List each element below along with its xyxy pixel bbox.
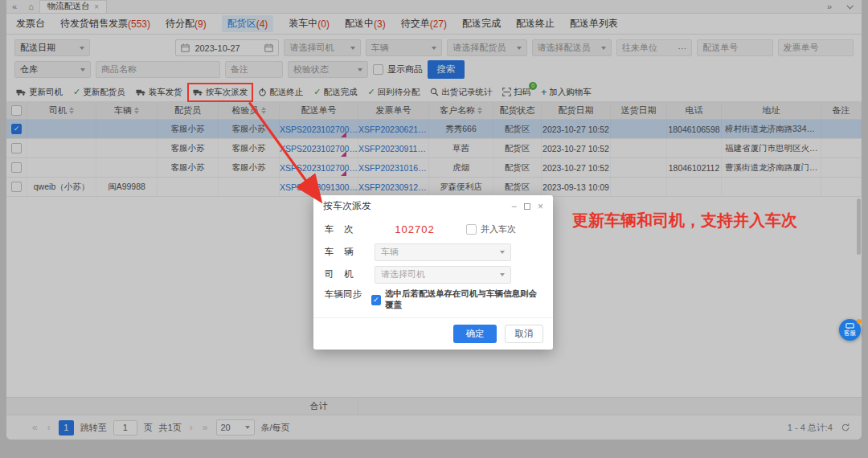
confirm-button[interactable]: 确定 <box>453 325 497 343</box>
vehicle-label: 车 辆 <box>325 246 375 258</box>
dialog-title: 按车次派发 <box>323 199 371 213</box>
notification-dot <box>857 319 862 324</box>
cancel-button[interactable]: 取消 <box>505 325 543 343</box>
sync-label: 车辆同步 <box>325 288 371 301</box>
annotation-text: 更新车辆和司机，支持并入车次 <box>572 210 797 231</box>
dialog-header: 按车次派发 − × <box>313 195 553 217</box>
merge-trip-checkbox[interactable]: 并入车次 <box>466 223 516 235</box>
caret-down-icon <box>500 273 505 276</box>
close-icon[interactable]: × <box>538 201 543 212</box>
customer-service-button[interactable]: 客服 <box>839 319 861 341</box>
caret-down-icon <box>500 251 505 254</box>
trip-label: 车 次 <box>325 223 375 235</box>
dialog-driver-select[interactable]: 请选择司机 <box>375 266 511 284</box>
chat-icon <box>845 323 854 329</box>
batch-dispatch-dialog: 按车次派发 − × 车 次 102702 并入车次 车 辆 车辆 司 机 请选择… <box>313 195 553 350</box>
checkbox-icon <box>466 224 477 235</box>
checkbox-icon: ✓ <box>371 295 381 305</box>
driver-label: 司 机 <box>325 268 375 280</box>
trip-number-input[interactable]: 102702 <box>375 223 455 235</box>
maximize-icon[interactable] <box>524 203 530 210</box>
sync-checkbox[interactable]: ✓选中后若配送单存在司机与车辆信息则会覆盖 <box>371 288 542 311</box>
dialog-vehicle-select[interactable]: 车辆 <box>375 243 511 261</box>
customer-service-label: 客服 <box>844 330 856 337</box>
minimize-icon[interactable]: − <box>511 201 517 212</box>
